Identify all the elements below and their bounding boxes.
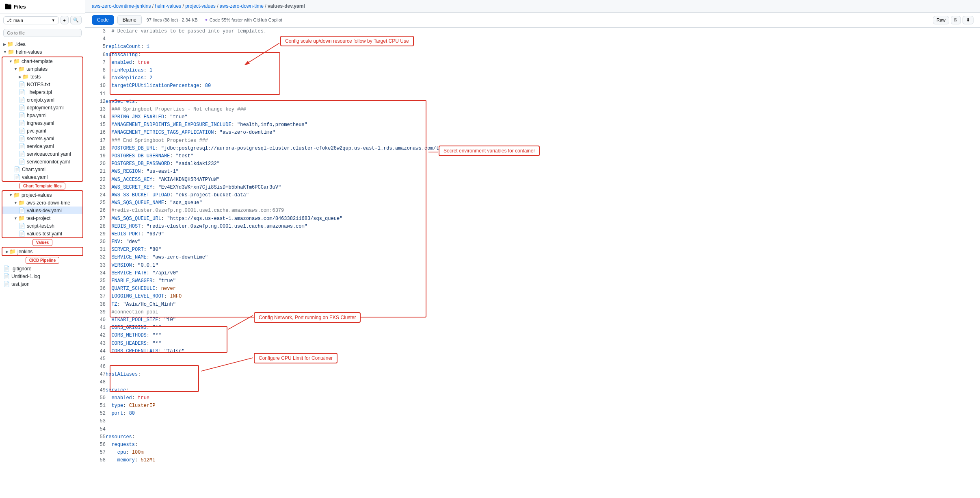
tree-item-project-values[interactable]: ▼ 📁 project-values bbox=[2, 191, 82, 199]
line-content: CORS_HEADERS: "*" bbox=[106, 340, 980, 348]
tree-item-helm-values[interactable]: ▼ 📁 helm-values bbox=[0, 48, 85, 56]
file-icon: 📄 bbox=[19, 97, 25, 103]
main-content: aws-zero-downtime-jenkins / helm-values … bbox=[85, 0, 980, 498]
folder-icon: 📁 bbox=[18, 215, 25, 221]
code-line-9: 9 maxReplicas: 2 bbox=[85, 74, 980, 82]
code-line-48: 48 bbox=[85, 378, 980, 386]
line-content: enabled: true bbox=[106, 59, 980, 67]
tree-item-jenkins[interactable]: ▶ 📁 jenkins bbox=[2, 248, 82, 255]
line-number: 55 bbox=[85, 433, 106, 441]
line-number: 46 bbox=[85, 363, 106, 371]
line-content: hostAliases: bbox=[106, 371, 980, 378]
search-button[interactable]: 🔍 bbox=[70, 16, 82, 24]
sidebar: Files ⎇ main ▼ + 🔍 ▶ 📁 .idea ▼ 📁 helm-va… bbox=[0, 0, 85, 498]
tree-item-values[interactable]: 📄 values.yaml bbox=[2, 173, 82, 181]
tree-item-serviceaccount[interactable]: 📄 serviceaccount.yaml bbox=[2, 150, 82, 158]
tree-item-helpers[interactable]: 📄 _helpers.tpl bbox=[2, 88, 82, 96]
line-content: SERVICE_NAME: "aws-zero-downtime" bbox=[106, 254, 980, 261]
breadcrumb-repo[interactable]: aws-zero-downtime-jenkins bbox=[92, 3, 151, 9]
breadcrumb-aws-zero-down-time[interactable]: aws-zero-down-time bbox=[220, 3, 264, 9]
line-number: 26 bbox=[85, 207, 106, 215]
code-toolbar: Code Blame 97 lines (88 loc) · 2.34 KB ✦… bbox=[85, 13, 980, 28]
line-number: 45 bbox=[85, 355, 106, 363]
tree-item-values-test[interactable]: 📄 values-test.yaml bbox=[2, 230, 82, 237]
go-to-file-input[interactable] bbox=[3, 29, 82, 37]
chevron-icon: ▼ bbox=[14, 67, 17, 71]
tree-item-templates[interactable]: ▼ 📁 templates bbox=[2, 65, 82, 73]
blame-tab[interactable]: Blame bbox=[117, 15, 142, 25]
tree-item-deployment[interactable]: 📄 deployment.yaml bbox=[2, 104, 82, 111]
tree-label: hpa.yaml bbox=[27, 113, 47, 118]
tree-item-cronjob[interactable]: 📄 cronjob.yaml bbox=[2, 96, 82, 104]
code-line-22: 22 AWS_ACCESS_KEY: "AKIA4KDNQH5R4ATPYuW" bbox=[85, 176, 980, 184]
tree-item-NOTES[interactable]: 📄 NOTES.txt bbox=[2, 80, 82, 88]
line-content: envSecrets: bbox=[106, 98, 980, 106]
code-line-13: 13 ### Springboot Properties - Not chang… bbox=[85, 106, 980, 113]
go-to-file-container bbox=[0, 27, 85, 39]
tree-item-secrets[interactable]: 📄 secrets.yaml bbox=[2, 135, 82, 142]
line-number: 18 bbox=[85, 145, 106, 152]
tree-item-json[interactable]: 📄 test.json bbox=[0, 280, 85, 288]
tree-item-chart-template[interactable]: ▼ 📁 chart-template bbox=[2, 57, 82, 65]
code-line-17: 17 ### End Springboot Properties ### bbox=[85, 137, 980, 145]
tree-item-aws-zero-down-time[interactable]: ▼ 📁 aws-zero-down-time bbox=[2, 199, 82, 207]
folder-icon: 📁 bbox=[22, 74, 29, 80]
callout-autoscaling-text: Config scale up/down resource follow by … bbox=[285, 38, 409, 44]
line-content: type: ClusterIP bbox=[106, 402, 980, 410]
line-content: REDIS_PORT: "6379" bbox=[106, 231, 980, 238]
line-number: 4 bbox=[85, 35, 106, 43]
line-content: SERVICE_PATH: "/api/v0" bbox=[106, 270, 980, 277]
code-line-35: 35 ENABLE_SWAGGER: "true" bbox=[85, 277, 980, 285]
raw-button[interactable]: Raw bbox=[933, 16, 949, 24]
tree-label: chart-template bbox=[22, 59, 53, 64]
tree-item-hpa[interactable]: 📄 hpa.yaml bbox=[2, 111, 82, 119]
line-content: AWS_REGION: "us-east-1" bbox=[106, 168, 980, 176]
file-icon: 📄 bbox=[19, 81, 25, 87]
line-content: AWS_SQS_QUEUE_URL: "https://sqs.us-east-… bbox=[106, 215, 980, 223]
tree-label: ingress.yaml bbox=[27, 120, 54, 126]
line-number: 37 bbox=[85, 293, 106, 300]
project-values-section: ▼ 📁 project-values ▼ 📁 aws-zero-down-tim… bbox=[0, 190, 85, 246]
line-content: AWS_S3_BUCKET_UPLOAD: "eks-project-bucke… bbox=[106, 191, 980, 199]
code-line-27: 27 AWS_SQS_QUEUE_URL: "https://sqs.us-ea… bbox=[85, 215, 980, 223]
tree-item-log[interactable]: 📄 Untitled-1.log bbox=[0, 272, 85, 280]
tree-item-script-test[interactable]: 📄 script-test.sh bbox=[2, 222, 82, 230]
copy-button[interactable]: ⎘ bbox=[951, 16, 961, 24]
line-number: 33 bbox=[85, 262, 106, 270]
line-number: 8 bbox=[85, 67, 106, 74]
line-content: QUARTZ_SCHEDULE: never bbox=[106, 285, 980, 293]
tree-label: secrets.yaml bbox=[27, 136, 54, 141]
tree-item-servicemonitor[interactable]: 📄 servicemonitor.yaml bbox=[2, 158, 82, 165]
tree-label: script-test.sh bbox=[27, 223, 54, 229]
code-line-10: 10 targetCPUUtilizationPercentage: 80 bbox=[85, 82, 980, 90]
line-number: 14 bbox=[85, 113, 106, 121]
tree-item-service[interactable]: 📄 service.yaml bbox=[2, 142, 82, 150]
tree-item-test-project[interactable]: ▼ 📁 test-project bbox=[2, 214, 82, 222]
tree-label: values-test.yaml bbox=[27, 231, 62, 237]
line-number: 40 bbox=[85, 316, 106, 324]
breadcrumb-project-values[interactable]: project-values bbox=[185, 3, 216, 9]
add-file-button[interactable]: + bbox=[61, 16, 69, 24]
line-content: enabled: true bbox=[106, 394, 980, 402]
branch-selector[interactable]: ⎇ main ▼ bbox=[3, 16, 59, 24]
file-icon: 📄 bbox=[14, 166, 20, 172]
line-number: 34 bbox=[85, 270, 106, 277]
code-line-41: 41 CORS_ORIGINS: "*" bbox=[85, 324, 980, 332]
code-tab[interactable]: Code bbox=[92, 15, 114, 25]
chevron-icon: ▼ bbox=[9, 193, 13, 197]
tree-item-chart[interactable]: 📄 Chart.yaml bbox=[2, 165, 82, 173]
tree-item-idea[interactable]: ▶ 📁 .idea bbox=[0, 40, 85, 48]
tree-label: Untitled-1.log bbox=[11, 274, 40, 279]
tree-item-gitignore[interactable]: 📄 .gitignore bbox=[0, 265, 85, 272]
tree-label: helm-values bbox=[16, 49, 42, 55]
tree-item-tests[interactable]: ▶ 📁 tests bbox=[2, 73, 82, 80]
tree-item-values-dev[interactable]: 📄 values-dev.yaml bbox=[2, 207, 82, 214]
tree-item-ingress[interactable]: 📄 ingress.yaml bbox=[2, 119, 82, 127]
code-line-44: 44 CORS_CREDENTIALS: "false" bbox=[85, 348, 980, 355]
callout-service: Config Network, Port running on EKS Clus… bbox=[254, 312, 361, 323]
callout-cpu-text: Configure CPU Limit for Container bbox=[259, 355, 333, 361]
code-line-29: 29 REDIS_PORT: "6379" bbox=[85, 231, 980, 238]
download-button[interactable]: ⬇ bbox=[963, 16, 974, 24]
tree-item-pvc[interactable]: 📄 pvc.yaml bbox=[2, 127, 82, 135]
breadcrumb-helm-values[interactable]: helm-values bbox=[155, 3, 181, 9]
